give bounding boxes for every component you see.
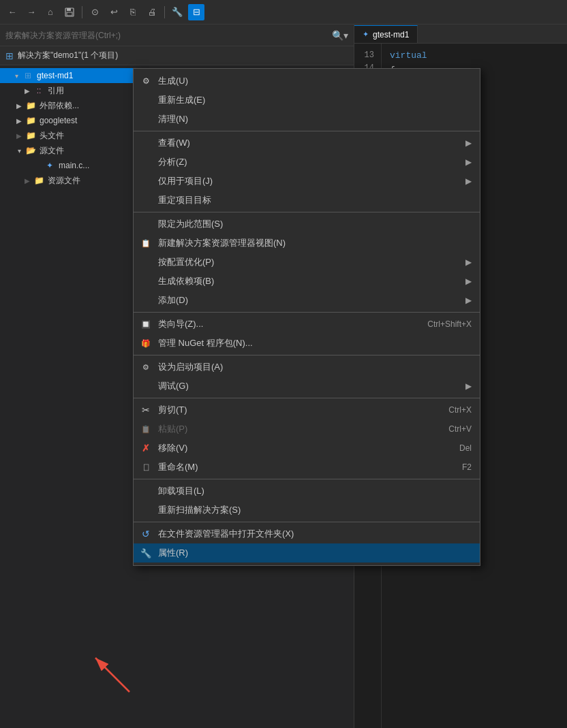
search-icon[interactable]: 🔍▾ bbox=[332, 30, 348, 41]
tree-arrow-res: ▶ bbox=[22, 175, 33, 186]
rescan-icon bbox=[139, 503, 153, 517]
menu-item-class-wizard[interactable]: 🔲 类向导(Z)... Ctrl+Shift+X bbox=[134, 315, 480, 334]
menu-item-analyze[interactable]: 分析(Z) ▶ bbox=[134, 153, 480, 172]
tab-bar: ✦ gtest-md1 bbox=[354, 25, 567, 44]
cut-icon: ✂ bbox=[139, 403, 153, 417]
build-deps-arrow: ▶ bbox=[465, 276, 472, 286]
folder-res-icon: 📁 bbox=[33, 174, 45, 187]
menu-item-properties[interactable]: 🔧 属性(R) bbox=[134, 543, 480, 563]
set-startup-icon: ⚙ bbox=[139, 360, 153, 374]
minus-button[interactable]: ⊟ bbox=[188, 4, 204, 20]
class-wizard-shortcut: Ctrl+Shift+X bbox=[427, 319, 472, 329]
menu-item-unload[interactable]: 卸载项目(L) bbox=[134, 481, 480, 501]
menu-cut-label: 剪切(T) bbox=[158, 404, 187, 416]
tree-arrow-hdr: ▶ bbox=[14, 130, 25, 141]
menu-rename-label: 重命名(M) bbox=[158, 461, 198, 473]
solution-icon: ⊞ bbox=[5, 50, 14, 61]
history-button[interactable]: ⊙ bbox=[87, 4, 103, 20]
project-icon: ⊞ bbox=[22, 69, 34, 82]
search-input[interactable] bbox=[5, 31, 328, 40]
add-arrow: ▶ bbox=[465, 296, 472, 305]
forward-button[interactable]: → bbox=[23, 4, 40, 20]
folder-src-icon: 📂 bbox=[25, 144, 37, 157]
open-explorer-icon: ↺ bbox=[139, 527, 153, 541]
menu-retarget-label: 重定项目目标 bbox=[158, 194, 211, 206]
menu-debug-label: 调试(G) bbox=[158, 380, 189, 392]
menu-item-set-startup[interactable]: ⚙ 设为启动项目(A) bbox=[134, 358, 480, 377]
debug-arrow: ▶ bbox=[465, 381, 472, 391]
undo-button[interactable]: ↩ bbox=[106, 4, 122, 20]
menu-item-rescan[interactable]: 重新扫描解决方案(S) bbox=[134, 501, 480, 520]
optimize-arrow: ▶ bbox=[465, 257, 472, 267]
view-icon bbox=[139, 136, 153, 150]
menu-sep-6 bbox=[134, 479, 480, 479]
analyze-submenu-arrow: ▶ bbox=[465, 157, 472, 167]
nuget-icon: 🎁 bbox=[139, 336, 153, 350]
class-wizard-icon: 🔲 bbox=[139, 317, 153, 331]
home-button[interactable]: ⌂ bbox=[42, 4, 59, 20]
menu-build-label: 生成(U) bbox=[158, 75, 188, 87]
menu-add-label: 添加(D) bbox=[158, 294, 188, 306]
toolbar-separator-1 bbox=[82, 6, 82, 18]
mainc-label: main.c... bbox=[59, 161, 89, 170]
menu-item-project-only[interactable]: 仅用于项目(J) ▶ bbox=[134, 172, 480, 191]
file-mainc-icon: ✦ bbox=[44, 159, 56, 172]
menu-item-build[interactable]: ⚙ 生成(U) bbox=[134, 72, 480, 91]
menu-class-wizard-label: 类向导(Z)... bbox=[158, 318, 203, 330]
scope-icon bbox=[139, 217, 153, 231]
save-button[interactable] bbox=[61, 4, 78, 20]
menu-item-optimize[interactable]: 按配置优化(P) ▶ bbox=[134, 253, 480, 272]
optimize-icon bbox=[139, 255, 153, 269]
back-button[interactable]: ← bbox=[4, 4, 20, 20]
settings-button[interactable]: 🔧 bbox=[169, 4, 185, 20]
project-label: gtest-md1 bbox=[37, 71, 73, 80]
menu-item-cut[interactable]: ✂ 剪切(T) Ctrl+X bbox=[134, 400, 480, 420]
debug-icon bbox=[139, 379, 153, 393]
clean-icon bbox=[139, 112, 153, 126]
menu-sep-3 bbox=[134, 312, 480, 313]
retarget-icon bbox=[139, 193, 153, 207]
svg-rect-2 bbox=[67, 12, 72, 16]
tree-arrow-ext: ▶ bbox=[14, 100, 25, 111]
context-menu: ⚙ 生成(U) 重新生成(E) 清理(N) 查看(W) ▶ 分析(Z) ▶ 仅用… bbox=[133, 68, 480, 566]
unload-icon bbox=[139, 484, 153, 498]
search-bar: 🔍▾ bbox=[0, 25, 354, 46]
menu-sep-2 bbox=[134, 212, 480, 212]
menu-build-deps-label: 生成依赖项(B) bbox=[158, 275, 214, 287]
menu-optimize-label: 按配置优化(P) bbox=[158, 256, 214, 268]
project-only-arrow: ▶ bbox=[465, 176, 472, 186]
remove-icon: ✗ bbox=[139, 441, 153, 455]
headers-label: 头文件 bbox=[40, 130, 64, 142]
tab-title: gtest-md1 bbox=[373, 30, 409, 39]
menu-item-new-view[interactable]: 📋 新建解决方案资源管理器视图(N) bbox=[134, 234, 480, 253]
copy-button[interactable]: ⎘ bbox=[125, 4, 141, 20]
menu-properties-label: 属性(R) bbox=[158, 547, 188, 559]
menu-item-add[interactable]: 添加(D) ▶ bbox=[134, 291, 480, 310]
menu-open-explorer-label: 在文件资源管理器中打开文件夹(X) bbox=[158, 528, 294, 540]
menu-view-label: 查看(W) bbox=[158, 137, 190, 149]
menu-item-open-explorer[interactable]: ↺ 在文件资源管理器中打开文件夹(X) bbox=[134, 524, 480, 543]
menu-item-clean[interactable]: 清理(N) bbox=[134, 110, 480, 129]
menu-new-view-label: 新建解决方案资源管理器视图(N) bbox=[158, 237, 286, 249]
print-button[interactable]: 🖨 bbox=[144, 4, 160, 20]
tab-gtest[interactable]: ✦ gtest-md1 bbox=[354, 25, 418, 43]
menu-item-debug[interactable]: 调试(G) ▶ bbox=[134, 377, 480, 396]
menu-unload-label: 卸载项目(L) bbox=[158, 485, 204, 497]
solution-title: 解决方案"demo1"(1 个项目) bbox=[18, 50, 118, 61]
menu-project-only-label: 仅用于项目(J) bbox=[158, 175, 213, 187]
menu-item-scope[interactable]: 限定为此范围(S) bbox=[134, 215, 480, 234]
menu-item-rename[interactable]: ⎕ 重命名(M) F2 bbox=[134, 458, 480, 477]
menu-item-retarget[interactable]: 重定项目目标 bbox=[134, 191, 480, 210]
rebuild-icon bbox=[139, 93, 153, 107]
view-submenu-arrow: ▶ bbox=[465, 138, 472, 148]
menu-item-build-deps[interactable]: 生成依赖项(B) ▶ bbox=[134, 272, 480, 291]
menu-item-nuget[interactable]: 🎁 管理 NuGet 程序包(N)... bbox=[134, 334, 480, 353]
external-label: 外部依赖... bbox=[40, 100, 79, 112]
menu-item-view[interactable]: 查看(W) ▶ bbox=[134, 133, 480, 153]
menu-item-remove[interactable]: ✗ 移除(V) Del bbox=[134, 439, 480, 458]
tree-arrow-src: ▾ bbox=[14, 145, 25, 156]
menu-item-rebuild[interactable]: 重新生成(E) bbox=[134, 91, 480, 110]
googletest-label: googletest bbox=[40, 116, 77, 125]
toolbar: ← → ⌂ ⊙ ↩ ⎘ 🖨 🔧 ⊟ bbox=[0, 0, 567, 25]
tree-arrow-project: ▾ bbox=[11, 70, 22, 81]
